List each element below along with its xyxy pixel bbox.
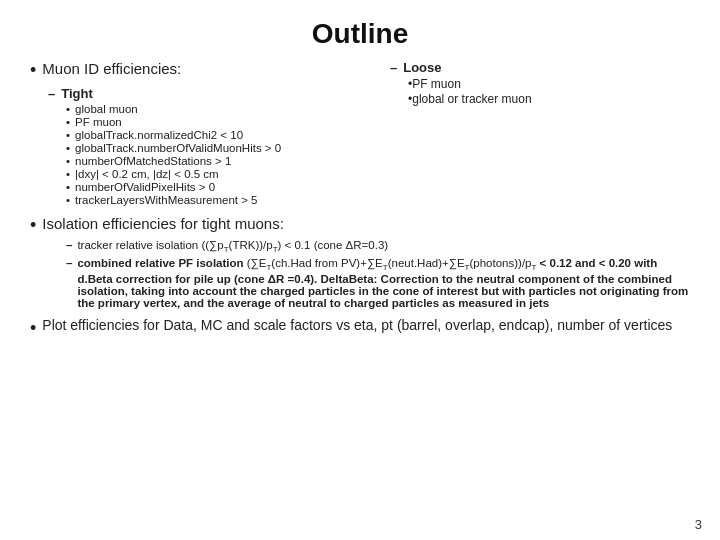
tight-label: Tight — [61, 86, 93, 101]
dash-tight: – — [48, 86, 55, 101]
page-number: 3 — [695, 517, 702, 532]
bullet-dot-3: • — [30, 317, 36, 340]
tight-bullet-5: • numberOfMatchedStations > 1 — [66, 155, 370, 167]
isolation-bullet-2: – combined relative PF isolation (∑ET(ch… — [66, 257, 690, 308]
bullet-dot-2: • — [30, 215, 36, 237]
loose-label: Loose — [403, 60, 441, 75]
tight-bullet-4: • globalTrack.numberOfValidMuonHits > 0 — [66, 142, 370, 154]
tight-bullet-3: • globalTrack.normalizedChi2 < 10 — [66, 129, 370, 141]
tight-bullet-8: • trackerLayersWithMeasurement > 5 — [66, 194, 370, 206]
plot-label: Plot efficiencies for Data, MC and scale… — [42, 317, 672, 333]
page-title: Outline — [0, 0, 720, 60]
isolation-label: Isolation efficiencies for tight muons: — [42, 215, 284, 232]
muon-id-label: Muon ID efficiencies: — [42, 60, 181, 77]
tight-bullet-2: • PF muon — [66, 116, 370, 128]
isolation-bullet-1: – tracker relative isolation ((∑pT(TRK))… — [66, 239, 690, 254]
tight-bullet-1: • global muon — [66, 103, 370, 115]
dash-loose: – — [390, 60, 397, 75]
loose-bullet-1: • PF muon — [408, 77, 690, 91]
bullet-dot-1: • — [30, 60, 36, 82]
loose-bullet-2: • global or tracker muon — [408, 92, 690, 106]
tight-bullet-6: • |dxy| < 0.2 cm, |dz| < 0.5 cm — [66, 168, 370, 180]
tight-bullet-7: • numberOfValidPixelHits > 0 — [66, 181, 370, 193]
